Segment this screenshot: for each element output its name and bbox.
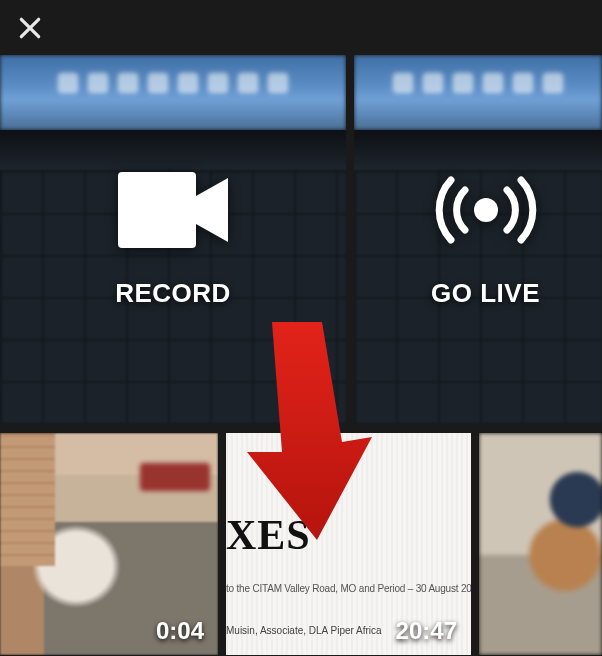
- document-heading: XES: [226, 511, 311, 559]
- gallery-item[interactable]: 0:04: [0, 433, 218, 655]
- record-label: RECORD: [115, 278, 231, 309]
- broadcast-icon: [431, 172, 541, 248]
- svg-rect-0: [118, 172, 196, 248]
- video-camera-icon: [118, 172, 228, 248]
- thumbnail-image: [479, 433, 602, 655]
- close-button[interactable]: [15, 13, 45, 43]
- video-duration: 20:47: [396, 617, 457, 645]
- golive-tile[interactable]: GO LIVE: [354, 55, 602, 425]
- gallery-row: 0:04 XES to the CITAM Valley Road, MO an…: [0, 433, 602, 655]
- top-bar: [0, 0, 602, 55]
- golive-label: GO LIVE: [431, 278, 540, 309]
- document-subline: to the CITAM Valley Road, MO and Period …: [226, 583, 471, 594]
- video-duration: 0:04: [156, 617, 204, 645]
- hero-row: RECORD GO LIVE: [0, 55, 602, 425]
- gallery-item[interactable]: XES to the CITAM Valley Road, MO and Per…: [226, 433, 471, 655]
- record-tile[interactable]: RECORD: [0, 55, 346, 425]
- gallery-item[interactable]: [479, 433, 602, 655]
- svg-point-1: [474, 198, 498, 222]
- close-icon: [17, 15, 43, 41]
